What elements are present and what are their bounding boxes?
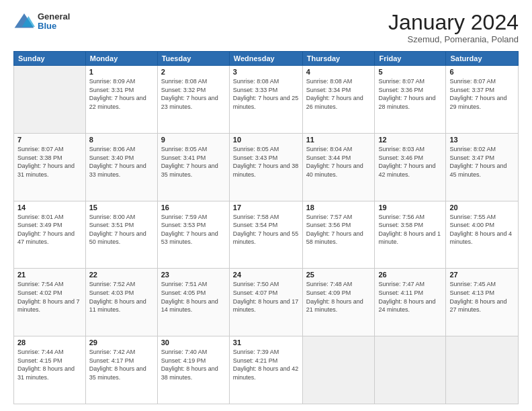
calendar-table: SundayMondayTuesdayWednesdayThursdayFrid… (13, 51, 519, 404)
col-header-monday: Monday (85, 52, 157, 66)
calendar-cell: 24Sunrise: 7:50 AMSunset: 4:07 PMDayligh… (229, 269, 302, 336)
day-number: 3 (233, 68, 299, 76)
col-header-sunday: Sunday (14, 52, 86, 66)
calendar-cell: 26Sunrise: 7:47 AMSunset: 4:11 PMDayligh… (375, 269, 446, 336)
day-info: Sunrise: 7:51 AMSunset: 4:05 PMDaylight:… (161, 280, 226, 314)
day-info: Sunrise: 8:01 AMSunset: 3:49 PMDaylight:… (17, 213, 82, 246)
calendar-cell: 2Sunrise: 8:08 AMSunset: 3:32 PMDaylight… (157, 66, 229, 134)
day-number: 11 (306, 136, 371, 144)
day-info: Sunrise: 8:00 AMSunset: 3:51 PMDaylight:… (89, 213, 154, 246)
day-info: Sunrise: 8:06 AMSunset: 3:40 PMDaylight:… (89, 145, 154, 179)
day-info: Sunrise: 8:08 AMSunset: 3:32 PMDaylight:… (161, 77, 226, 111)
day-number: 16 (161, 203, 226, 212)
day-info: Sunrise: 7:39 AMSunset: 4:21 PMDaylight:… (233, 348, 299, 381)
day-info: Sunrise: 7:40 AMSunset: 4:19 PMDaylight:… (161, 348, 226, 381)
logo-icon (13, 11, 35, 32)
calendar-cell: 22Sunrise: 7:52 AMSunset: 4:03 PMDayligh… (85, 269, 157, 336)
calendar-cell (446, 336, 519, 404)
header: General Blue January 2024 Szemud, Pomera… (13, 11, 519, 44)
logo-blue-text: Blue (38, 21, 70, 31)
day-info: Sunrise: 8:05 AMSunset: 3:43 PMDaylight:… (233, 145, 299, 179)
calendar-week-row: 21Sunrise: 7:54 AMSunset: 4:02 PMDayligh… (14, 269, 519, 336)
page: General Blue January 2024 Szemud, Pomera… (0, 0, 532, 411)
month-title: January 2024 (388, 11, 519, 34)
col-header-tuesday: Tuesday (157, 52, 229, 66)
col-header-wednesday: Wednesday (229, 52, 302, 66)
day-number: 18 (306, 203, 371, 212)
day-info: Sunrise: 8:08 AMSunset: 3:33 PMDaylight:… (233, 77, 299, 111)
calendar-cell: 27Sunrise: 7:45 AMSunset: 4:13 PMDayligh… (446, 269, 519, 336)
calendar-week-row: 1Sunrise: 8:09 AMSunset: 3:31 PMDaylight… (14, 66, 519, 134)
calendar-cell: 17Sunrise: 7:58 AMSunset: 3:54 PMDayligh… (229, 201, 302, 269)
day-number: 10 (233, 136, 299, 144)
day-info: Sunrise: 7:52 AMSunset: 4:03 PMDaylight:… (89, 280, 154, 314)
day-info: Sunrise: 7:44 AMSunset: 4:15 PMDaylight:… (17, 348, 82, 381)
calendar-week-row: 28Sunrise: 7:44 AMSunset: 4:15 PMDayligh… (14, 336, 519, 404)
day-info: Sunrise: 7:50 AMSunset: 4:07 PMDaylight:… (233, 280, 299, 314)
calendar-cell: 8Sunrise: 8:06 AMSunset: 3:40 PMDaylight… (85, 133, 157, 201)
day-info: Sunrise: 8:05 AMSunset: 3:41 PMDaylight:… (161, 145, 226, 179)
day-info: Sunrise: 7:42 AMSunset: 4:17 PMDaylight:… (89, 348, 154, 381)
calendar-cell: 6Sunrise: 8:07 AMSunset: 3:37 PMDaylight… (446, 66, 519, 134)
calendar-cell: 18Sunrise: 7:57 AMSunset: 3:56 PMDayligh… (302, 201, 375, 269)
day-number: 15 (89, 203, 154, 212)
day-number: 22 (89, 271, 154, 279)
day-info: Sunrise: 8:07 AMSunset: 3:36 PMDaylight:… (378, 77, 442, 111)
logo-text: General Blue (38, 12, 70, 32)
logo: General Blue (13, 11, 70, 32)
calendar-cell: 10Sunrise: 8:05 AMSunset: 3:43 PMDayligh… (229, 133, 302, 201)
calendar-week-row: 14Sunrise: 8:01 AMSunset: 3:49 PMDayligh… (14, 201, 519, 269)
day-number: 13 (449, 136, 515, 144)
col-header-saturday: Saturday (446, 52, 519, 66)
day-number: 21 (17, 271, 82, 279)
day-number: 31 (233, 338, 299, 347)
calendar-cell: 25Sunrise: 7:48 AMSunset: 4:09 PMDayligh… (302, 269, 375, 336)
day-number: 19 (378, 203, 442, 212)
day-info: Sunrise: 8:09 AMSunset: 3:31 PMDaylight:… (89, 77, 154, 111)
calendar-cell (302, 336, 375, 404)
day-number: 26 (378, 271, 442, 279)
calendar-cell (375, 336, 446, 404)
day-info: Sunrise: 7:48 AMSunset: 4:09 PMDaylight:… (306, 280, 371, 314)
calendar-cell: 29Sunrise: 7:42 AMSunset: 4:17 PMDayligh… (85, 336, 157, 404)
day-number: 25 (306, 271, 371, 279)
calendar-cell: 7Sunrise: 8:07 AMSunset: 3:38 PMDaylight… (14, 133, 86, 201)
col-header-thursday: Thursday (302, 52, 375, 66)
calendar-cell: 23Sunrise: 7:51 AMSunset: 4:05 PMDayligh… (157, 269, 229, 336)
title-block: January 2024 Szemud, Pomerania, Poland (388, 11, 519, 44)
calendar-cell: 13Sunrise: 8:02 AMSunset: 3:47 PMDayligh… (446, 133, 519, 201)
day-number: 20 (449, 203, 515, 212)
calendar-cell: 16Sunrise: 7:59 AMSunset: 3:53 PMDayligh… (157, 201, 229, 269)
day-info: Sunrise: 8:02 AMSunset: 3:47 PMDaylight:… (449, 145, 515, 179)
day-number: 2 (161, 68, 226, 76)
calendar-cell: 30Sunrise: 7:40 AMSunset: 4:19 PMDayligh… (157, 336, 229, 404)
day-info: Sunrise: 7:45 AMSunset: 4:13 PMDaylight:… (449, 280, 515, 314)
calendar-cell: 31Sunrise: 7:39 AMSunset: 4:21 PMDayligh… (229, 336, 302, 404)
calendar-cell: 9Sunrise: 8:05 AMSunset: 3:41 PMDaylight… (157, 133, 229, 201)
day-number: 8 (89, 136, 154, 144)
day-info: Sunrise: 7:57 AMSunset: 3:56 PMDaylight:… (306, 213, 371, 246)
calendar-cell: 15Sunrise: 8:00 AMSunset: 3:51 PMDayligh… (85, 201, 157, 269)
calendar-cell (14, 66, 86, 134)
calendar-cell: 12Sunrise: 8:03 AMSunset: 3:46 PMDayligh… (375, 133, 446, 201)
calendar-cell: 11Sunrise: 8:04 AMSunset: 3:44 PMDayligh… (302, 133, 375, 201)
calendar-cell: 21Sunrise: 7:54 AMSunset: 4:02 PMDayligh… (14, 269, 86, 336)
logo-general-text: General (38, 12, 70, 21)
day-info: Sunrise: 8:07 AMSunset: 3:37 PMDaylight:… (449, 77, 515, 111)
day-number: 14 (17, 203, 82, 212)
calendar-cell: 1Sunrise: 8:09 AMSunset: 3:31 PMDaylight… (85, 66, 157, 134)
calendar-week-row: 7Sunrise: 8:07 AMSunset: 3:38 PMDaylight… (14, 133, 519, 201)
calendar-cell: 5Sunrise: 8:07 AMSunset: 3:36 PMDaylight… (375, 66, 446, 134)
calendar-cell: 20Sunrise: 7:55 AMSunset: 4:00 PMDayligh… (446, 201, 519, 269)
day-number: 7 (17, 136, 82, 144)
day-number: 28 (17, 338, 82, 347)
day-info: Sunrise: 7:54 AMSunset: 4:02 PMDaylight:… (17, 280, 82, 314)
day-info: Sunrise: 7:47 AMSunset: 4:11 PMDaylight:… (378, 280, 442, 314)
day-number: 23 (161, 271, 226, 279)
day-number: 4 (306, 68, 371, 76)
col-header-friday: Friday (375, 52, 446, 66)
day-info: Sunrise: 8:08 AMSunset: 3:34 PMDaylight:… (306, 77, 371, 111)
day-number: 6 (449, 68, 515, 76)
location-subtitle: Szemud, Pomerania, Poland (388, 34, 519, 44)
day-number: 27 (449, 271, 515, 279)
